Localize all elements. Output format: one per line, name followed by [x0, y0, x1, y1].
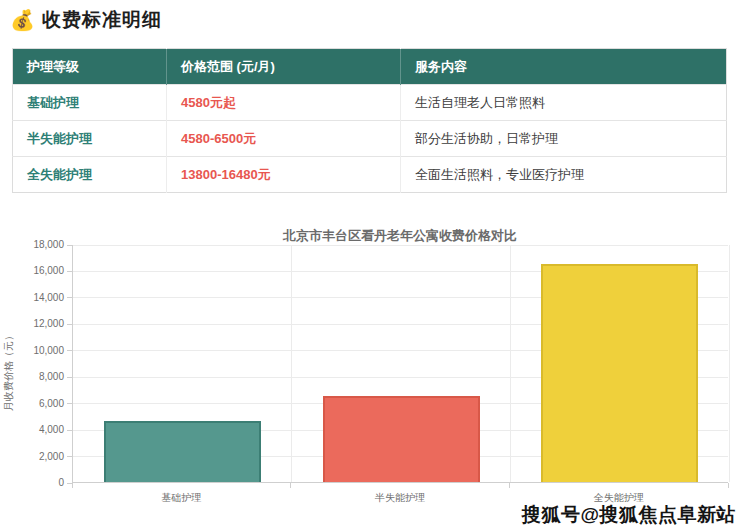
y-tick-label: 18,000 — [12, 240, 64, 250]
table-row: 基础护理4580元起生活自理老人日常照料 — [13, 85, 727, 121]
money-bag-icon: 💰 — [10, 8, 35, 32]
price-range-cell: 13800-16480元 — [167, 157, 401, 193]
y-tick-mark — [67, 456, 72, 457]
x-tick-label: 半失能护理 — [291, 491, 510, 505]
fee-table: 护理等级价格范围 (元/月)服务内容 基础护理4580元起生活自理老人日常照料半… — [12, 48, 727, 193]
h-gridline — [73, 245, 728, 246]
care-level-cell: 基础护理 — [13, 85, 167, 121]
page-title-text: 收费标准明细 — [42, 7, 162, 33]
y-tick-mark — [67, 403, 72, 404]
table-header-cell: 服务内容 — [401, 49, 727, 85]
table-row: 半失能护理4580-6500元部分生活协助，日常护理 — [13, 121, 727, 157]
x-tick-mark — [290, 483, 291, 488]
v-gridline — [510, 245, 511, 482]
price-comparison-chart: 北京市丰台区看丹老年公寓收费价格对比 月收费价格（元） 02,0004,0006… — [0, 213, 740, 513]
y-tick-label: 12,000 — [12, 319, 64, 329]
v-gridline — [729, 245, 730, 482]
plot-area — [72, 245, 728, 483]
chart-title: 北京市丰台区看丹老年公寓收费价格对比 — [72, 227, 728, 245]
y-tick-mark — [67, 271, 72, 272]
x-tick-mark — [72, 483, 73, 488]
y-tick-label: 14,000 — [12, 293, 64, 303]
table-header-cell: 护理等级 — [13, 49, 167, 85]
y-tick-label: 8,000 — [12, 372, 64, 382]
x-tick-mark — [728, 483, 729, 488]
y-tick-label: 0 — [12, 478, 64, 488]
y-tick-label: 6,000 — [12, 399, 64, 409]
y-tick-mark — [67, 324, 72, 325]
watermark: 搜狐号@搜狐焦点阜新站 — [522, 502, 736, 528]
x-tick-mark — [509, 483, 510, 488]
price-range-cell: 4580-6500元 — [167, 121, 401, 157]
v-gridline — [291, 245, 292, 482]
y-tick-mark — [67, 350, 72, 351]
care-level-cell: 全失能护理 — [13, 157, 167, 193]
y-tick-label: 2,000 — [12, 452, 64, 462]
y-tick-mark — [67, 245, 72, 246]
table-header-row: 护理等级价格范围 (元/月)服务内容 — [13, 49, 727, 85]
y-tick-mark — [67, 430, 72, 431]
price-range-cell: 4580元起 — [167, 85, 401, 121]
chart-bar[interactable] — [541, 264, 698, 482]
y-tick-label: 4,000 — [12, 425, 64, 435]
page-title: 💰 收费标准明细 — [10, 7, 162, 33]
service-content-cell: 生活自理老人日常照料 — [401, 85, 727, 121]
table-row: 全失能护理13800-16480元全面生活照料，专业医疗护理 — [13, 157, 727, 193]
y-tick-label: 16,000 — [12, 266, 64, 276]
service-content-cell: 全面生活照料，专业医疗护理 — [401, 157, 727, 193]
y-tick-mark — [67, 377, 72, 378]
y-tick-label: 10,000 — [12, 346, 64, 356]
fee-table-body: 基础护理4580元起生活自理老人日常照料半失能护理4580-6500元部分生活协… — [13, 85, 727, 193]
chart-bar[interactable] — [104, 421, 261, 482]
service-content-cell: 部分生活协助，日常护理 — [401, 121, 727, 157]
care-level-cell: 半失能护理 — [13, 121, 167, 157]
table-header-cell: 价格范围 (元/月) — [167, 49, 401, 85]
y-tick-mark — [67, 297, 72, 298]
x-tick-label: 基础护理 — [72, 491, 291, 505]
chart-bar[interactable] — [323, 396, 480, 482]
